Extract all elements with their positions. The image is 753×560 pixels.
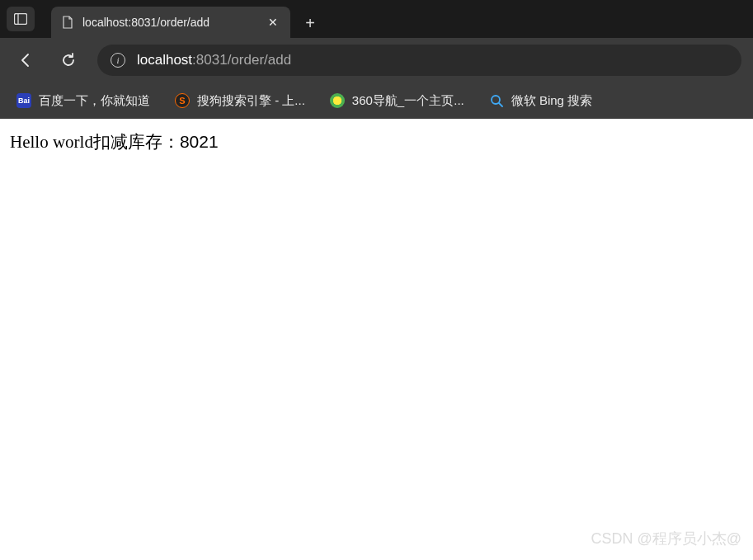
tab-title: localhost:8031/order/add bbox=[82, 16, 257, 29]
address-host: localhost bbox=[137, 52, 192, 68]
bookmark-label: 百度一下，你就知道 bbox=[39, 93, 150, 109]
watermark: CSDN @程序员小杰@ bbox=[591, 529, 741, 548]
bookmarks-bar: Bai 百度一下，你就知道 S 搜狗搜索引擎 - 上... 360导航_一个主页… bbox=[0, 82, 753, 119]
bookmark-baidu[interactable]: Bai 百度一下，你就知道 bbox=[16, 93, 150, 109]
site-info-icon[interactable]: i bbox=[111, 53, 125, 68]
bookmark-bing[interactable]: 微软 Bing 搜索 bbox=[489, 93, 592, 109]
close-tab-button[interactable]: ✕ bbox=[266, 16, 280, 29]
svg-line-3 bbox=[499, 103, 502, 106]
address-text: localhost:8031/order/add bbox=[137, 52, 291, 68]
browser-tab[interactable]: localhost:8031/order/add ✕ bbox=[51, 7, 290, 38]
bookmark-label: 微软 Bing 搜索 bbox=[511, 93, 592, 109]
bookmark-sogou[interactable]: S 搜狗搜索引擎 - 上... bbox=[175, 93, 305, 109]
page-content: Hello world扣减库存：8021 bbox=[0, 119, 753, 165]
tab-strip: localhost:8031/order/add ✕ + bbox=[0, 0, 753, 38]
bookmark-label: 搜狗搜索引擎 - 上... bbox=[197, 93, 305, 109]
address-bar[interactable]: i localhost:8031/order/add bbox=[97, 45, 741, 76]
toolbar: i localhost:8031/order/add bbox=[0, 38, 753, 82]
tab-actions-button[interactable] bbox=[7, 7, 35, 31]
360-icon bbox=[330, 93, 345, 108]
back-button[interactable] bbox=[12, 46, 40, 74]
baidu-icon: Bai bbox=[16, 93, 31, 108]
sogou-icon: S bbox=[175, 93, 190, 108]
new-tab-button[interactable]: + bbox=[295, 8, 325, 38]
svg-rect-0 bbox=[15, 14, 27, 25]
tabs-area: localhost:8031/order/add ✕ + bbox=[51, 0, 746, 38]
search-icon bbox=[489, 93, 504, 108]
page-text-cn: 扣减库存：8021 bbox=[93, 132, 219, 151]
page-icon bbox=[61, 16, 74, 29]
reload-button[interactable] bbox=[54, 46, 82, 74]
page-text-en: Hello world bbox=[10, 132, 93, 152]
address-path: :8031/order/add bbox=[192, 52, 291, 68]
bookmark-360[interactable]: 360导航_一个主页... bbox=[330, 93, 464, 109]
bookmark-label: 360导航_一个主页... bbox=[352, 93, 464, 109]
